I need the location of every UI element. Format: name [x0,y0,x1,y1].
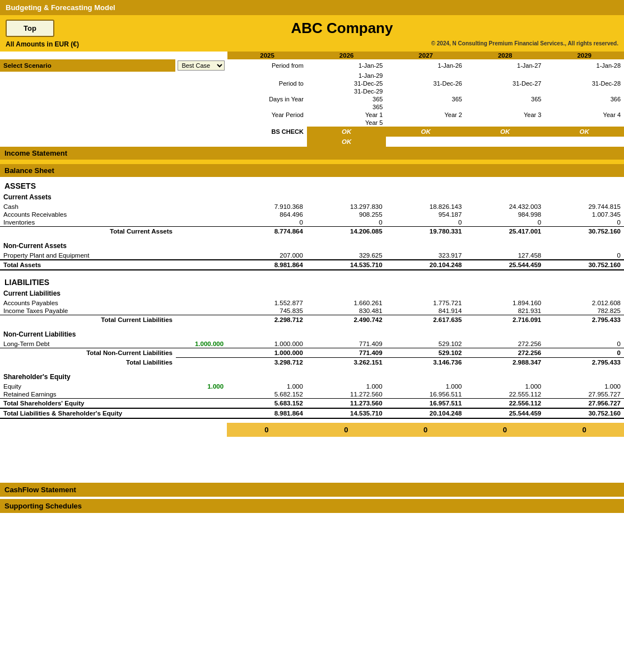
app-title-bar: Budgeting & Forecasting Model [0,0,624,15]
days-row-2029: 365 [0,103,624,111]
tcl-2025: 2.298.712 [227,315,306,325]
total-liabilities-row: Total Liabilities 3.298.712 3.262.151 3.… [0,358,624,367]
itp-2025: 745.835 [227,307,306,315]
non-current-assets-label-row: Non-Current Assets [0,240,624,251]
ltd-2025: 1.000.000 [227,340,306,348]
scenario-select[interactable]: Best Case Base Case Worst Case [178,60,225,71]
tncl-2029: 0 [544,348,624,358]
days-2027: 365 [465,95,545,103]
days-row: Days in Year 365 365 365 366 [0,95,624,103]
non-current-liabilities-label: Non-Current Liabilities [0,329,227,340]
tca-2025: 8.774.864 [227,227,306,236]
inv-2025: 0 [227,218,306,227]
top-section: Top ABC Company [0,15,624,39]
blank-row-2 [0,270,624,274]
equity-2025: 1.000 [227,382,306,390]
tca-2028: 25.417.001 [465,227,544,236]
assets-title-row: ASSETS [0,177,624,192]
blank-row-4 [0,367,624,371]
ap-2027: 1.775.721 [386,299,465,307]
te-2026: 11.273.560 [306,399,386,409]
check-values-row: 0 0 0 0 0 [0,423,624,437]
ltd-2026: 771.409 [306,340,386,348]
days-2028: 366 [544,95,624,103]
ltd-row: Long-Term Debt 1.000.000 1.000.000 771.4… [0,340,624,348]
year-period-row-2029: Year 5 [0,119,624,127]
current-assets-label: Current Assets [0,192,227,203]
ar-label: Accounts Receivables [0,211,176,218]
retained-2029: 27.955.727 [544,390,624,399]
cash-label: Cash [0,203,176,211]
ppe-2028: 127.458 [465,251,544,260]
select-scenario-label: Select Scenario [0,59,175,72]
ltd-2028: 272.256 [465,340,544,348]
total-equity-row: Total Shareholders' Equity 5.683.152 11.… [0,399,624,409]
te-2029: 27.956.727 [544,399,624,409]
bs-check-2025: OK [307,127,386,137]
period-to-row-2029: 31-Dec-29 [0,87,624,95]
inv-2029: 0 [544,218,624,227]
tncl-2028: 272.256 [465,348,544,358]
tncl-2026: 771.409 [306,348,386,358]
days-2029: 365 [307,103,386,111]
tca-2027: 19.780.331 [386,227,465,236]
year-2027: 2027 [386,52,465,59]
tcl-2027: 2.617.635 [386,315,465,325]
current-liabilities-label: Current Liabilities [0,288,227,299]
check-2028: 0 [465,423,544,437]
cash-row: Cash 7.910.368 13.297.830 18.826.143 24.… [0,203,624,211]
top-button[interactable]: Top [6,20,54,37]
te-label: Total Shareholders' Equity [0,399,176,409]
te-2027: 16.957.511 [386,399,465,409]
equity-title: Shareholder's Equity [0,371,227,382]
cash-2025: 7.910.368 [227,203,306,211]
te-2025: 5.683.152 [227,399,306,409]
year-2029: 2029 [544,52,624,59]
ltd-2029: 0 [544,340,624,348]
cash-2026: 13.297.830 [306,203,386,211]
liabilities-title: LIABILITIES [4,278,49,287]
tncl-label: Total Non-Current Liabilities [0,348,176,358]
tl-label: Total Liabilities [0,358,176,367]
year-2028: 2028 [465,52,545,59]
retained-label: Retained Earnings [0,390,176,399]
ppe-2025: 207.000 [227,251,306,260]
retained-2028: 22.555.112 [465,390,544,399]
inventories-label: Inventories [0,218,176,227]
ltd-initial: 1.000.000 [176,340,227,348]
year-period-2029: Year 5 [307,119,386,127]
year-2026: 2026 [307,52,386,59]
income-statement-gap [0,160,624,164]
ar-row: Accounts Receivables 864.496 908.255 954… [0,211,624,218]
check-2027: 0 [386,423,465,437]
period-to-2028: 31-Dec-28 [544,80,624,87]
equity-label: Equity [0,382,176,390]
current-liabilities-label-row: Current Liabilities [0,288,624,299]
balance-sheet-table: ASSETS Current Assets Cash 7.910.368 13.… [0,177,624,437]
sub-header: All Amounts in EUR (€) © 2024, N Consult… [0,39,624,52]
total-assets-label: Total Assets [0,260,176,270]
assets-title: ASSETS [4,181,36,190]
year-header-row: 2025 2026 2027 2028 2029 [0,52,624,59]
tncl-2027: 529.102 [386,348,465,358]
year-period-2026: Year 2 [386,111,465,119]
year-period-row: Year Period Year 1 Year 2 Year 3 Year 4 [0,111,624,119]
ar-2026: 908.255 [306,211,386,218]
ppe-row: Property Plant and Equipment 207.000 329… [0,251,624,260]
check-2026: 0 [306,423,386,437]
tcl-2029: 2.795.433 [544,315,624,325]
period-from-label [227,72,307,80]
bs-check-2026: OK [386,127,465,137]
ap-row: Accounts Payables 1.552.877 1.660.261 1.… [0,299,624,307]
bs-check-2027: OK [465,127,545,137]
supporting-header: Supporting Schedules [0,499,624,513]
liabilities-title-row: LIABILITIES [0,274,624,288]
cash-2029: 29.744.815 [544,203,624,211]
tle-2029: 30.752.160 [544,408,624,418]
ta-2028: 25.544.459 [465,260,544,270]
non-current-assets-label: Non-Current Assets [0,240,227,251]
period-to-2026: 31-Dec-26 [386,80,465,87]
tl-2028: 2.988.347 [465,358,544,367]
te-2028: 22.556.112 [465,399,544,409]
total-current-assets-label: Total Current Assets [0,227,176,236]
